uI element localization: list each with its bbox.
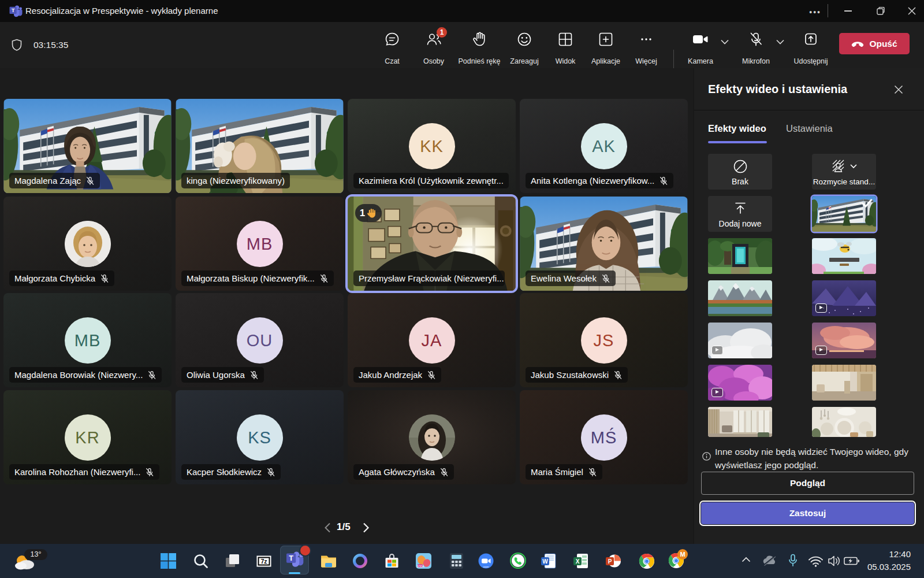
- svg-text:T: T: [12, 7, 15, 13]
- svg-text:X: X: [576, 558, 580, 565]
- svg-text:T: T: [289, 554, 293, 562]
- svg-text:P: P: [608, 558, 612, 565]
- svg-text:SODA: SODA: [417, 565, 424, 568]
- svg-text:zoom: zoom: [483, 565, 489, 568]
- svg-text:W: W: [542, 558, 548, 565]
- svg-text:7z: 7z: [260, 558, 267, 565]
